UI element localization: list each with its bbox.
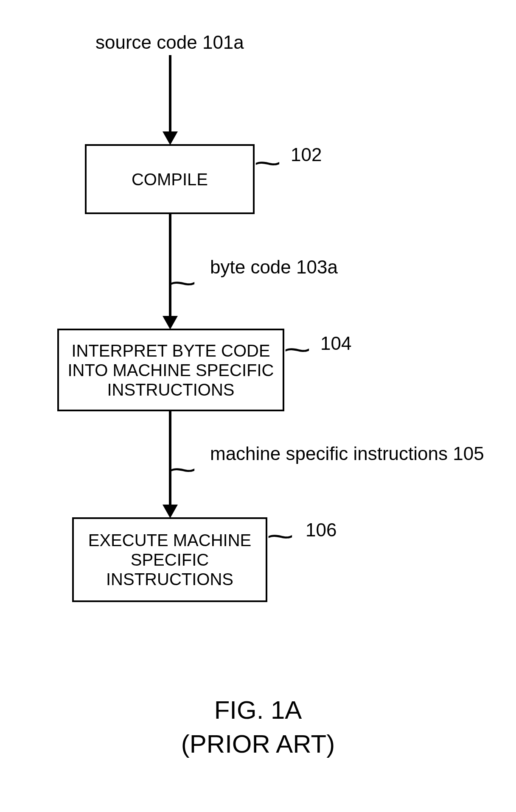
figure-subtitle: (PRIOR ART) bbox=[0, 729, 516, 759]
compile-text: COMPILE bbox=[132, 170, 208, 189]
tilde-102: ~ bbox=[254, 146, 281, 180]
execute-text: EXECUTE MACHINE SPECIFIC INSTRUCTIONS bbox=[81, 530, 259, 589]
ref-102: 102 bbox=[291, 144, 322, 165]
tilde-104: ~ bbox=[283, 333, 311, 367]
figure-title: FIG. 1A bbox=[0, 695, 516, 725]
byte-code-label: byte code 103a bbox=[210, 257, 338, 278]
interpret-text: INTERPRET BYTE CODE INTO MACHINE SPECIFI… bbox=[66, 341, 276, 399]
ref-104: 104 bbox=[320, 333, 351, 354]
tilde-106: ~ bbox=[266, 519, 294, 553]
ref-106: 106 bbox=[306, 519, 337, 541]
arrow-1-line bbox=[169, 55, 171, 134]
interpret-box: INTERPRET BYTE CODE INTO MACHINE SPECIFI… bbox=[57, 329, 284, 411]
tilde-105: ~ bbox=[169, 453, 196, 487]
arrow-2-head bbox=[163, 316, 178, 329]
machine-instr-label: machine specific instructions 105 bbox=[210, 443, 484, 464]
diagram-canvas: source code 101a COMPILE ~ 102 ~ byte co… bbox=[0, 0, 516, 812]
compile-box: COMPILE bbox=[85, 144, 255, 214]
arrow-1-head bbox=[163, 131, 178, 145]
tilde-103a: ~ bbox=[169, 266, 196, 300]
execute-box: EXECUTE MACHINE SPECIFIC INSTRUCTIONS bbox=[72, 517, 267, 602]
source-code-label: source code 101a bbox=[95, 32, 244, 53]
arrow-3-head bbox=[163, 505, 178, 518]
